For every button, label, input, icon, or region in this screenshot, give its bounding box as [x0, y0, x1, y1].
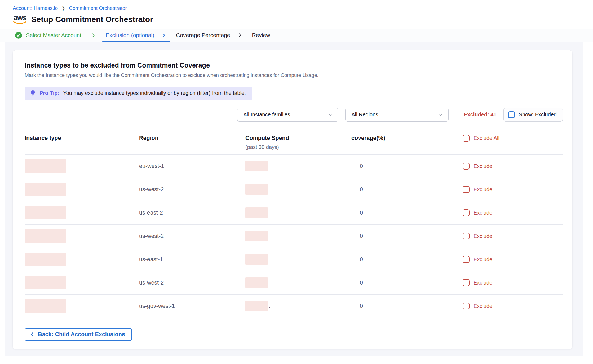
step-review[interactable]: Review [247, 29, 275, 42]
region-value: us-west-2 [136, 186, 245, 193]
step-exclusion[interactable]: Exclusion (optional) [101, 29, 171, 42]
page-title: Setup Commitment Orchestrator [31, 15, 153, 24]
breadcrumb: Account: Harness.io ❯ Commitment Orchest… [13, 5, 580, 11]
title-row: aws Setup Commitment Orchestrator [13, 15, 580, 29]
check-circle-icon [15, 32, 22, 39]
card-subheading: Mark the Instance types you would like t… [25, 72, 563, 78]
redacted-instance-type [25, 229, 66, 243]
exclude-checkbox[interactable] [463, 186, 470, 193]
exclude-checkbox[interactable] [463, 303, 470, 309]
breadcrumb-account-link[interactable]: Account: Harness.io [13, 5, 58, 11]
exclude-checkbox[interactable] [463, 256, 470, 263]
exclude-label[interactable]: Exclude [473, 256, 492, 263]
coverage-value: 0 [351, 233, 463, 239]
coverage-value: 0 [351, 303, 463, 309]
show-excluded-toggle[interactable]: Show: Excluded [503, 108, 563, 122]
exclude-checkbox[interactable] [463, 233, 470, 239]
lightbulb-icon [30, 90, 36, 96]
step-label: Coverage Percentage [176, 32, 230, 38]
chevron-right-icon [91, 33, 96, 38]
pro-tip-text: You may exclude instance types individua… [63, 90, 246, 96]
breadcrumb-separator-icon: ❯ [62, 6, 65, 11]
exclusion-table: Instance type Region Compute Spend (past… [25, 135, 563, 318]
excluded-count-badge: Excluded: 41 [464, 112, 496, 118]
aws-logo-icon: aws [13, 15, 27, 24]
filter-row: All Instance families All Regions Exclud… [25, 108, 563, 122]
commitment-orchestrator-page: Account: Harness.io ❯ Commitment Orchest… [0, 0, 593, 356]
table-row: us-gov-west-1 . 0 Exclude [25, 295, 563, 318]
instance-family-select[interactable]: All Instance families [237, 108, 338, 122]
redacted-compute-spend [245, 161, 268, 171]
coverage-value: 0 [351, 163, 463, 170]
step-label: Review [252, 32, 270, 38]
redacted-instance-type [25, 159, 66, 173]
redacted-compute-spend [245, 254, 268, 265]
table-row: us-west-2 0 Exclude [25, 178, 563, 201]
exclude-all-checkbox[interactable] [463, 135, 470, 142]
pro-tip-label: Pro Tip: [39, 90, 59, 96]
page-header: Account: Harness.io ❯ Commitment Orchest… [0, 0, 593, 29]
region-select-value: All Regions [351, 112, 378, 118]
table-row: us-east-2 0 Exclude [25, 201, 563, 225]
col-header-coverage: coverage(%) [351, 135, 463, 141]
step-coverage-percentage[interactable]: Coverage Percentage [171, 29, 247, 42]
chevron-down-icon [328, 112, 333, 117]
col-header-compute-spend: Compute Spend [245, 135, 351, 141]
exclusion-card: Instance types to be excluded from Commi… [13, 50, 572, 349]
table-row: us-east-1 0 Exclude [25, 248, 563, 271]
card-heading: Instance types to be excluded from Commi… [25, 61, 563, 69]
chevron-left-icon [29, 332, 35, 337]
redacted-instance-type [25, 206, 66, 219]
exclude-checkbox[interactable] [463, 209, 470, 216]
aws-smile-icon [13, 21, 27, 24]
back-button[interactable]: Back: Child Account Exclusions [25, 328, 132, 341]
content-area: Instance types to be excluded from Commi… [5, 42, 583, 356]
region-value: eu-west-1 [136, 163, 245, 170]
exclude-label[interactable]: Exclude [473, 303, 492, 309]
coverage-value: 0 [351, 210, 463, 216]
table-row: eu-west-1 0 Exclude [25, 155, 563, 178]
spend-note: . [269, 303, 271, 309]
chevron-right-icon [161, 33, 166, 38]
step-label: Select Master Account [26, 32, 81, 38]
exclude-label[interactable]: Exclude [473, 187, 492, 193]
table-row: us-west-2 0 Exclude [25, 271, 563, 295]
step-label: Exclusion (optional) [106, 32, 154, 38]
exclude-label[interactable]: Exclude [473, 163, 492, 169]
col-header-compute-spend-sub: (past 30 days) [245, 144, 351, 150]
region-value: us-gov-west-1 [136, 303, 245, 309]
table-header-row: Instance type Region Compute Spend (past… [25, 135, 563, 155]
filter-divider [456, 109, 456, 121]
chevron-down-icon [438, 112, 443, 117]
coverage-value: 0 [351, 279, 463, 286]
region-value: us-west-2 [136, 233, 245, 239]
redacted-instance-type [25, 299, 66, 313]
col-header-exclude-all: Exclude All [463, 135, 563, 142]
exclude-checkbox[interactable] [463, 279, 470, 286]
redacted-compute-spend [245, 184, 268, 195]
exclude-label[interactable]: Exclude [473, 233, 492, 239]
exclude-label[interactable]: Exclude [473, 210, 492, 216]
chevron-right-icon [237, 33, 242, 38]
region-value: us-east-2 [136, 210, 245, 216]
pro-tip-banner: Pro Tip: You may exclude instance types … [25, 87, 252, 100]
table-row: us-west-2 0 Exclude [25, 225, 563, 248]
region-select[interactable]: All Regions [345, 108, 449, 122]
redacted-compute-spend [245, 301, 268, 311]
region-value: us-east-1 [136, 256, 245, 263]
step-select-master-account[interactable]: Select Master Account [13, 29, 101, 42]
redacted-instance-type [25, 253, 66, 266]
exclude-checkbox[interactable] [463, 163, 470, 170]
exclude-label[interactable]: Exclude [473, 280, 492, 286]
redacted-compute-spend [245, 231, 268, 241]
col-header-region: Region [136, 135, 245, 141]
coverage-value: 0 [351, 256, 463, 263]
exclude-all-label[interactable]: Exclude All [473, 135, 499, 141]
show-excluded-checkbox[interactable] [508, 111, 515, 118]
redacted-compute-spend [245, 207, 268, 218]
breadcrumb-commitment-orchestrator-link[interactable]: Commitment Orchestrator [69, 5, 127, 11]
col-header-instance-type: Instance type [25, 135, 136, 141]
back-button-label: Back: Child Account Exclusions [38, 331, 125, 338]
setup-stepper: Select Master Account Exclusion (optiona… [0, 29, 593, 42]
redacted-instance-type [25, 183, 66, 196]
